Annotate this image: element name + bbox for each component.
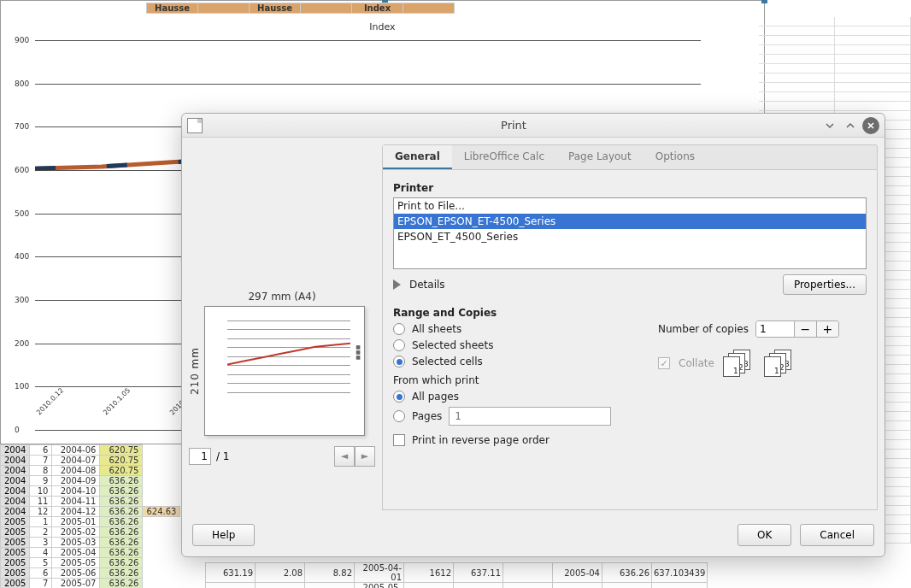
close-button[interactable] [862, 117, 879, 134]
from-which-label: From which print [393, 374, 641, 386]
col-header [403, 3, 455, 14]
selected-sheets-label: Selected sheets [412, 339, 493, 351]
copies-input[interactable] [756, 321, 794, 337]
all-sheets-label: All sheets [412, 323, 461, 335]
sheet-row: 200472004-07620.75 [1, 456, 180, 466]
collate-icon-123: 3 2 1 [723, 351, 755, 375]
sheet-row: 200512005-01636.26 [1, 517, 180, 527]
radio-selected-cells[interactable] [393, 356, 405, 368]
tab-bar: General LibreOffice Calc Page Layout Opt… [382, 144, 878, 170]
prev-page-button[interactable]: ◄ [334, 446, 355, 467]
reverse-order-label: Print in reverse page order [412, 434, 550, 446]
range-section-label: Range and Copies [393, 307, 641, 319]
selected-cells-label: Selected cells [412, 356, 483, 368]
help-button[interactable]: Help [192, 524, 255, 546]
sheet-row: 632.382.088.822005-05-011643639.152005-0… [206, 583, 708, 589]
sheet-row: 200532005-03636.26 [1, 538, 180, 548]
maximize-button[interactable] [842, 117, 859, 134]
mini-legend: ■■■ [356, 344, 361, 360]
col-header: Hausse [250, 3, 301, 14]
chart-handle [761, 0, 767, 3]
chart-y-tick: 300 [15, 296, 29, 304]
sheet-row: 631.192.088.822005-04-011612637.112005-0… [206, 563, 708, 583]
radio-pages[interactable] [393, 410, 405, 422]
col-header: Hausse [147, 3, 198, 14]
sheet-row: 200542005-04636.26 [1, 548, 180, 558]
tab-page-layout[interactable]: Page Layout [556, 145, 644, 169]
col-header [301, 3, 352, 14]
printer-list-item[interactable]: EPSON_ET_4500_Series [394, 229, 866, 244]
cancel-button[interactable]: Cancel [800, 524, 874, 546]
details-expand-icon[interactable] [393, 279, 401, 290]
chart-title: Index [1, 18, 764, 36]
minimize-button[interactable] [821, 117, 838, 134]
printer-list[interactable]: Print to File...EPSON_EPSON_ET-4500_Seri… [393, 197, 867, 269]
radio-all-pages[interactable] [393, 391, 405, 403]
collate-icon-123-b: 3 2 1 [764, 351, 796, 375]
chart-y-tick: 500 [15, 209, 29, 218]
properties-button[interactable]: Properties... [783, 274, 867, 295]
copies-increment[interactable]: + [816, 321, 838, 337]
ok-button[interactable]: OK [738, 524, 791, 546]
chart-y-tick: 600 [15, 166, 29, 174]
sheet-row: 200492004-09636.26 [1, 476, 180, 486]
next-page-button[interactable]: ► [355, 446, 375, 467]
sheet-row: 2004102004-10636.26 [1, 486, 180, 497]
details-label[interactable]: Details [409, 279, 445, 291]
sheet-row: 200572005-07636.26 [1, 579, 180, 589]
dialog-titlebar[interactable]: Print [182, 114, 885, 138]
sheet-row: 200462004-06620.75 [1, 445, 180, 456]
printer-section-label: Printer [393, 182, 867, 194]
chart-y-tick: 900 [15, 36, 29, 44]
printer-list-item[interactable]: EPSON_EPSON_ET-4500_Series [394, 214, 866, 229]
chart-y-tick: 800 [15, 79, 29, 88]
chart-y-tick: 200 [15, 339, 29, 348]
chart-y-tick: 0 [15, 426, 20, 434]
collate-checkbox [658, 357, 670, 369]
tab-libreoffice-calc[interactable]: LibreOffice Calc [452, 145, 556, 169]
copies-spinner: − + [755, 320, 839, 338]
chart-y-tick: 100 [15, 382, 29, 391]
printer-list-item[interactable]: Print to File... [394, 198, 866, 214]
paper-height-label: 210 mm [189, 347, 201, 395]
sheet-row: 2004112004-11636.26 [1, 497, 180, 507]
sheet-row: 2004122004-12636.26624.63 [1, 507, 180, 517]
app-icon [187, 118, 203, 133]
dialog-title: Print [209, 119, 818, 132]
sheet-row: 200522005-02636.26 [1, 527, 180, 538]
radio-all-sheets[interactable] [393, 323, 405, 335]
all-pages-label: All pages [412, 391, 459, 403]
radio-selected-sheets[interactable] [393, 339, 405, 351]
print-preview-page: ■■■ [204, 306, 365, 436]
page-number-input[interactable] [189, 448, 211, 465]
sheet-row: 200562005-06636.26 [1, 568, 180, 579]
col-header [198, 3, 250, 14]
chart-y-tick: 400 [15, 252, 29, 261]
tab-general[interactable]: General [383, 145, 452, 169]
copies-label: Number of copies [658, 323, 749, 335]
pages-label: Pages [412, 410, 442, 422]
sheet-row: 200552005-05636.26 [1, 558, 180, 568]
print-dialog: Print 297 mm (A4) 210 mm ■■■ / 1 [181, 113, 885, 557]
copies-decrement[interactable]: − [794, 321, 816, 337]
sheet-row: 200482004-08620.75 [1, 466, 180, 476]
chart-y-tick: 700 [15, 122, 29, 131]
tab-options[interactable]: Options [644, 145, 707, 169]
page-total-label: / 1 [216, 450, 230, 462]
paper-width-label: 297 mm (A4) [189, 291, 375, 303]
pages-input[interactable] [449, 407, 611, 426]
preview-pane: 297 mm (A4) 210 mm ■■■ / 1 ◄ ► [189, 144, 375, 510]
collate-label: Collate [679, 357, 714, 369]
col-header: Index [352, 3, 403, 14]
reverse-order-checkbox[interactable] [393, 434, 405, 446]
